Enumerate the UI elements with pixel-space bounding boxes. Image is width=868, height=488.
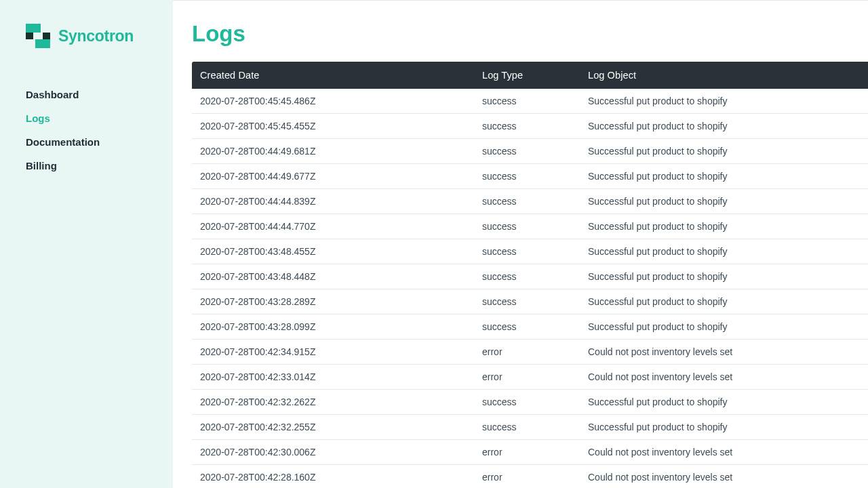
svg-rect-1	[26, 33, 33, 39]
cell-type: success	[474, 264, 580, 289]
svg-rect-3	[43, 33, 50, 39]
cell-created: 2020-07-28T00:43:48.448Z	[192, 264, 474, 289]
table-row[interactable]: 2020-07-28T00:43:28.099ZsuccessSuccessfu…	[192, 314, 868, 340]
cell-type: error	[474, 465, 580, 489]
svg-rect-0	[26, 24, 41, 33]
table-row[interactable]: 2020-07-28T00:43:48.455ZsuccessSuccessfu…	[192, 239, 868, 264]
brand-logo-icon	[26, 24, 50, 48]
sidebar-item-documentation[interactable]: Documentation	[26, 136, 100, 148]
table-row[interactable]: 2020-07-28T00:42:32.255ZsuccessSuccessfu…	[192, 415, 868, 440]
sidebar: Syncotron Dashboard Logs Documentation B…	[0, 0, 173, 488]
cell-object: Successful put product to shopify	[580, 189, 868, 214]
table-row[interactable]: 2020-07-28T00:43:48.448ZsuccessSuccessfu…	[192, 264, 868, 289]
cell-object: Successful put product to shopify	[580, 164, 868, 189]
page-title: Logs	[192, 21, 868, 47]
table-row[interactable]: 2020-07-28T00:44:44.770ZsuccessSuccessfu…	[192, 214, 868, 239]
table-row[interactable]: 2020-07-28T00:43:28.289ZsuccessSuccessfu…	[192, 289, 868, 314]
column-header-created[interactable]: Created Date	[192, 62, 474, 89]
cell-object: Successful put product to shopify	[580, 264, 868, 289]
cell-type: error	[474, 340, 580, 365]
cell-object: Could not post inventory levels set	[580, 365, 868, 390]
cell-type: success	[474, 114, 580, 139]
svg-rect-2	[35, 39, 50, 48]
cell-object: Could not post inventory levels set	[580, 440, 868, 465]
cell-created: 2020-07-28T00:44:49.681Z	[192, 139, 474, 164]
table-row[interactable]: 2020-07-28T00:45:45.455ZsuccessSuccessfu…	[192, 114, 868, 139]
cell-created: 2020-07-28T00:43:28.099Z	[192, 314, 474, 340]
cell-created: 2020-07-28T00:42:34.915Z	[192, 340, 474, 365]
cell-created: 2020-07-28T00:44:44.770Z	[192, 214, 474, 239]
table-header-row: Created Date Log Type Log Object	[192, 62, 868, 89]
cell-type: success	[474, 390, 580, 415]
cell-type: success	[474, 214, 580, 239]
cell-type: success	[474, 164, 580, 189]
sidebar-item-billing[interactable]: Billing	[26, 160, 57, 171]
cell-created: 2020-07-28T00:45:45.455Z	[192, 114, 474, 139]
table-row[interactable]: 2020-07-28T00:42:30.006ZerrorCould not p…	[192, 440, 868, 465]
logs-table-wrap: Created Date Log Type Log Object 2020-07…	[192, 62, 868, 488]
cell-object: Successful put product to shopify	[580, 289, 868, 314]
logs-table: Created Date Log Type Log Object 2020-07…	[192, 62, 868, 488]
cell-created: 2020-07-28T00:43:28.289Z	[192, 289, 474, 314]
table-row[interactable]: 2020-07-28T00:42:33.014ZerrorCould not p…	[192, 365, 868, 390]
cell-type: error	[474, 440, 580, 465]
cell-type: success	[474, 239, 580, 264]
cell-object: Successful put product to shopify	[580, 390, 868, 415]
table-row[interactable]: 2020-07-28T00:42:28.160ZerrorCould not p…	[192, 465, 868, 489]
sidebar-item-dashboard[interactable]: Dashboard	[26, 89, 79, 100]
cell-object: Successful put product to shopify	[580, 139, 868, 164]
brand-row: Syncotron	[26, 24, 173, 48]
brand-name: Syncotron	[58, 27, 134, 45]
cell-type: success	[474, 289, 580, 314]
cell-object: Could not post inventory levels set	[580, 340, 868, 365]
table-row[interactable]: 2020-07-28T00:42:32.262ZsuccessSuccessfu…	[192, 390, 868, 415]
cell-object: Successful put product to shopify	[580, 114, 868, 139]
cell-type: success	[474, 415, 580, 440]
cell-created: 2020-07-28T00:42:28.160Z	[192, 465, 474, 489]
column-header-object[interactable]: Log Object	[580, 62, 868, 89]
cell-object: Successful put product to shopify	[580, 314, 868, 340]
main-content: Logs Created Date Log Type Log Object 20…	[173, 0, 868, 488]
cell-created: 2020-07-28T00:44:49.677Z	[192, 164, 474, 189]
cell-created: 2020-07-28T00:43:48.455Z	[192, 239, 474, 264]
cell-created: 2020-07-28T00:42:32.262Z	[192, 390, 474, 415]
table-row[interactable]: 2020-07-28T00:44:49.677ZsuccessSuccessfu…	[192, 164, 868, 189]
table-row[interactable]: 2020-07-28T00:45:45.486ZsuccessSuccessfu…	[192, 89, 868, 114]
cell-type: error	[474, 365, 580, 390]
cell-created: 2020-07-28T00:42:30.006Z	[192, 440, 474, 465]
cell-created: 2020-07-28T00:45:45.486Z	[192, 89, 474, 114]
cell-object: Could not post inventory levels set	[580, 465, 868, 489]
table-row[interactable]: 2020-07-28T00:44:44.839ZsuccessSuccessfu…	[192, 189, 868, 214]
table-row[interactable]: 2020-07-28T00:42:34.915ZerrorCould not p…	[192, 340, 868, 365]
cell-type: success	[474, 314, 580, 340]
cell-type: success	[474, 89, 580, 114]
cell-object: Successful put product to shopify	[580, 214, 868, 239]
cell-object: Successful put product to shopify	[580, 415, 868, 440]
sidebar-item-logs[interactable]: Logs	[26, 113, 50, 124]
cell-type: success	[474, 189, 580, 214]
cell-object: Successful put product to shopify	[580, 89, 868, 114]
cell-type: success	[474, 139, 580, 164]
cell-created: 2020-07-28T00:44:44.839Z	[192, 189, 474, 214]
cell-created: 2020-07-28T00:42:32.255Z	[192, 415, 474, 440]
table-row[interactable]: 2020-07-28T00:44:49.681ZsuccessSuccessfu…	[192, 139, 868, 164]
sidebar-nav: Dashboard Logs Documentation Billing	[26, 89, 173, 171]
cell-object: Successful put product to shopify	[580, 239, 868, 264]
cell-created: 2020-07-28T00:42:33.014Z	[192, 365, 474, 390]
column-header-type[interactable]: Log Type	[474, 62, 580, 89]
